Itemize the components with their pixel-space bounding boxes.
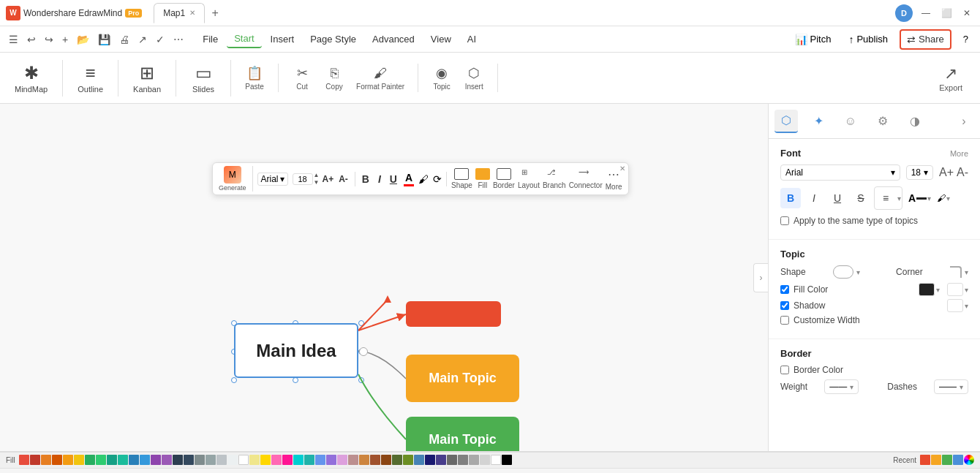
color-chip-0[interactable] [19,455,29,465]
color-chip-34[interactable] [392,455,402,465]
connector-button[interactable]: ⟶ Connector [569,168,603,189]
node-topic1[interactable]: Main Topic [406,355,519,402]
panel-tab-shape[interactable]: ⬡ [774,110,798,133]
handle-tr[interactable] [358,320,364,326]
color-chip-14[interactable] [173,455,183,465]
copy-button[interactable]: ⎘ Copy [320,64,349,92]
dashes-ctrl[interactable]: —— ▾ [934,379,968,394]
italic-button[interactable]: I [376,172,383,186]
float-toolbar-close[interactable]: ✕ [619,164,625,173]
fill-color-arrow[interactable]: ▾ [936,286,940,294]
print-button[interactable]: 🖨 [116,32,132,47]
font-size-up[interactable]: ▲ [314,172,320,179]
color-chip-44[interactable] [502,455,512,465]
color-chip-35[interactable] [403,455,413,465]
color-chip-41[interactable] [469,455,479,465]
font-family-select[interactable]: Arial ▾ [780,164,900,181]
corner-dropdown[interactable]: ▾ [965,268,968,276]
highlight-button[interactable]: 🖌 [418,173,429,186]
more-menu[interactable]: ⋯ [170,32,186,47]
color-chip-5[interactable] [74,455,84,465]
panel-tab-settings[interactable]: ⚙ [871,110,894,133]
cut-button[interactable]: ✂ Cut [287,64,317,92]
color-chip-7[interactable] [96,455,106,465]
publish-button[interactable]: ↑ Publish [843,31,894,48]
panel-tab-ai[interactable]: ✦ [807,110,830,133]
text-color-button[interactable]: A [404,172,414,186]
color-chip-26[interactable] [304,455,314,465]
bold-btn[interactable]: B [780,188,801,208]
italic-btn[interactable]: I [804,188,824,208]
menu-view[interactable]: View [423,31,459,48]
shape-dropdown[interactable]: ▾ [856,268,860,276]
fill-color-swatch2[interactable] [947,283,963,296]
color-chip-8[interactable] [107,455,117,465]
recent-chip-3[interactable] [953,455,963,465]
color-chip-16[interactable] [195,455,205,465]
color-chip-25[interactable] [293,455,304,465]
generate-button[interactable]: M Generate [219,166,253,192]
pitch-button[interactable]: 📊 Pitch [789,31,837,48]
topic-button[interactable]: ◉ Topic [427,64,456,92]
color-chip-43[interactable] [491,455,501,465]
close-button[interactable]: ✕ [960,6,974,20]
color-chip-15[interactable] [184,455,194,465]
recent-chip-1[interactable] [931,455,941,465]
color-chip-30[interactable] [348,455,358,465]
minimize-button[interactable]: — [919,6,933,20]
font-shrink-btn[interactable]: A- [957,166,968,179]
collapse-panel-toggle[interactable]: › [753,263,768,292]
slides-button[interactable]: ▭ Slides [185,60,222,97]
color-chip-27[interactable] [315,455,325,465]
fill-color-checkbox[interactable] [780,285,789,294]
color-chip-42[interactable] [480,455,490,465]
menu-page-style[interactable]: Page Style [303,31,363,48]
color-chip-13[interactable] [162,455,172,465]
menu-advanced[interactable]: Advanced [365,31,422,48]
color-chip-12[interactable] [151,455,161,465]
fill-button[interactable]: Fill [475,168,490,189]
font-color-ctrl[interactable]: A ▾ [908,192,931,204]
panel-tab-sticker[interactable]: ☺ [839,110,862,133]
font-grow-button[interactable]: A+ [320,173,336,186]
underline-btn[interactable]: U [827,188,848,208]
color-chip-17[interactable] [206,455,216,465]
color-chip-33[interactable] [381,455,391,465]
new-button[interactable]: + [59,32,71,47]
color-chip-19[interactable] [227,455,238,465]
brush-button[interactable]: ⟳ [433,173,442,186]
weight-ctrl[interactable]: —— ▾ [824,379,859,394]
fill-color-swatch[interactable] [919,283,935,296]
color-chip-37[interactable] [425,455,435,465]
color-chip-32[interactable] [370,455,380,465]
redo-button[interactable]: ↪ [42,32,56,47]
recent-chip-0[interactable] [920,455,930,465]
color-picker-rainbow[interactable] [964,455,974,465]
fill-color-arrow2[interactable]: ▾ [965,286,968,294]
menu-start[interactable]: Start [227,30,261,48]
weight-arrow[interactable]: ▾ [850,383,853,391]
color-chip-24[interactable] [282,455,293,465]
node-topic-red[interactable] [406,301,501,327]
align-left-btn[interactable]: ≡ [875,188,896,208]
node-topic2[interactable]: Main Topic [406,417,519,451]
panel-collapse-button[interactable]: › [954,111,974,132]
shadow-swatch[interactable] [947,299,963,312]
color-chip-1[interactable] [30,455,40,465]
maximize-button[interactable]: ⬜ [939,6,954,20]
insert-button[interactable]: ⬡ Insert [459,64,489,92]
color-chip-23[interactable] [271,455,282,465]
color-chip-40[interactable] [458,455,468,465]
shape-button[interactable]: Shape [451,168,472,189]
color-chip-2[interactable] [41,455,51,465]
open-button[interactable]: 📂 [74,32,92,47]
menu-ai[interactable]: AI [460,31,483,48]
border-color-checkbox[interactable] [780,366,789,374]
color-chip-6[interactable] [85,455,95,465]
export-button[interactable]: ↗ Export [939,64,971,92]
underline-button[interactable]: U [388,172,399,186]
handle-br[interactable] [358,377,364,383]
color-chip-21[interactable] [249,455,260,465]
font-shrink-button[interactable]: A- [336,173,350,186]
save-button[interactable]: 💾 [95,32,113,47]
